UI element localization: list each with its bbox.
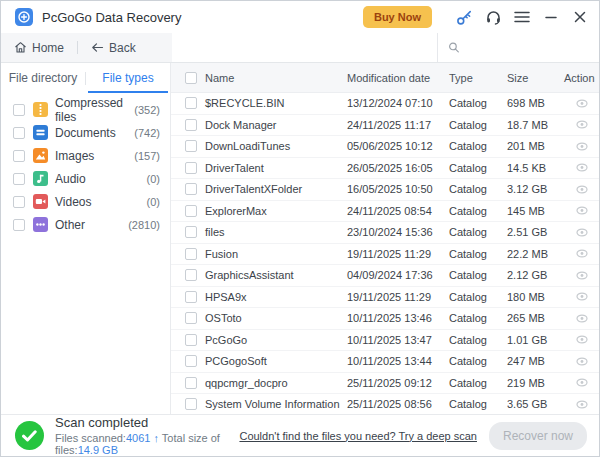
row-checkbox[interactable] bbox=[185, 140, 197, 152]
modification-date: 04/09/2024 17:36 bbox=[347, 269, 449, 281]
table-row[interactable]: Dock Manager 24/11/2025 11:17 Catalog 18… bbox=[171, 115, 599, 137]
preview-eye-icon[interactable] bbox=[576, 334, 588, 346]
checkbox[interactable] bbox=[13, 196, 25, 208]
app-window: PcGoGo Data Recovery Buy Now Home bbox=[0, 0, 600, 457]
column-header-modification-date[interactable]: Modification date bbox=[347, 72, 449, 84]
sidebar-item-audio[interactable]: Audio (0) bbox=[1, 167, 170, 190]
table-row[interactable]: DownLoadiTunes 05/06/2025 10:12 Catalog … bbox=[171, 136, 599, 158]
table-row[interactable]: $RECYCLE.BIN 13/12/2024 07:10 Catalog 69… bbox=[171, 93, 599, 115]
preview-eye-icon[interactable] bbox=[576, 119, 588, 131]
table-header: Name Modification date Type Size Action bbox=[171, 63, 599, 93]
checkbox[interactable] bbox=[13, 127, 25, 139]
tab-file-directory[interactable]: File directory bbox=[1, 63, 85, 93]
file-size: 3.65 GB bbox=[507, 398, 564, 410]
nav-divider bbox=[77, 41, 78, 54]
table-row[interactable]: HPSA9x 19/11/2025 11:29 Catalog 180 MB bbox=[171, 287, 599, 309]
preview-eye-icon[interactable] bbox=[576, 377, 588, 389]
sidebar-item-label: Images bbox=[55, 149, 134, 163]
row-checkbox[interactable] bbox=[185, 291, 197, 303]
column-header-type[interactable]: Type bbox=[449, 72, 507, 84]
row-checkbox[interactable] bbox=[185, 119, 197, 131]
preview-eye-icon[interactable] bbox=[576, 269, 588, 281]
select-all-checkbox[interactable] bbox=[185, 72, 197, 84]
row-checkbox[interactable] bbox=[185, 162, 197, 174]
preview-eye-icon[interactable] bbox=[576, 226, 588, 238]
sidebar-item-compressed-files[interactable]: Compressed files (352) bbox=[1, 98, 170, 121]
table-row[interactable]: OSToto 10/11/2025 13:46 Catalog 265 MB bbox=[171, 308, 599, 330]
row-checkbox[interactable] bbox=[185, 312, 197, 324]
preview-eye-icon[interactable] bbox=[576, 398, 588, 410]
scan-status-details: Files scanned:4061 ↑ Total size of files… bbox=[55, 432, 239, 456]
back-arrow-icon bbox=[91, 42, 104, 53]
modification-date: 10/11/2025 13:47 bbox=[347, 334, 449, 346]
table-row[interactable]: PCGogoSoft 10/11/2025 13:44 Catalog 247 … bbox=[171, 351, 599, 373]
file-type: Catalog bbox=[449, 291, 507, 303]
file-name: qqpcmgr_docpro bbox=[197, 377, 347, 389]
tab-file-types[interactable]: File types bbox=[86, 63, 170, 93]
status-bar: Scan completed Files scanned:4061 ↑ Tota… bbox=[1, 414, 599, 456]
path-field[interactable] bbox=[172, 33, 437, 62]
minimize-icon[interactable] bbox=[542, 8, 560, 26]
buy-now-button[interactable]: Buy Now bbox=[363, 6, 432, 28]
preview-eye-icon[interactable] bbox=[576, 97, 588, 109]
table-row[interactable]: PcGoGo 10/11/2025 13:47 Catalog 1.01 GB bbox=[171, 330, 599, 352]
sidebar-item-videos[interactable]: Videos (0) bbox=[1, 190, 170, 213]
column-header-size[interactable]: Size bbox=[507, 72, 564, 84]
menu-icon[interactable] bbox=[513, 8, 531, 26]
table-row[interactable]: qqpcmgr_docpro 25/11/2025 09:12 Catalog … bbox=[171, 373, 599, 395]
license-key-icon[interactable] bbox=[455, 8, 473, 26]
table-row[interactable]: Fusion 19/11/2025 11:29 Catalog 22.2 MB bbox=[171, 244, 599, 266]
close-icon[interactable] bbox=[571, 8, 589, 26]
sidebar-item-count: (2810) bbox=[128, 219, 160, 231]
recover-now-button[interactable]: Recover now bbox=[489, 422, 587, 450]
preview-eye-icon[interactable] bbox=[576, 291, 588, 303]
modification-date: 25/11/2025 09:12 bbox=[347, 377, 449, 389]
sidebar-item-other[interactable]: Other (2810) bbox=[1, 213, 170, 236]
table-row[interactable]: GraphicsAssistant 04/09/2024 17:36 Catal… bbox=[171, 265, 599, 287]
file-type: Catalog bbox=[449, 140, 507, 152]
preview-eye-icon[interactable] bbox=[576, 183, 588, 195]
checkbox[interactable] bbox=[13, 104, 25, 116]
support-headset-icon[interactable] bbox=[484, 8, 502, 26]
path-input[interactable] bbox=[172, 33, 437, 62]
checkbox[interactable] bbox=[13, 173, 25, 185]
search-field[interactable] bbox=[438, 33, 599, 62]
file-type: Catalog bbox=[449, 248, 507, 260]
row-checkbox[interactable] bbox=[185, 226, 197, 238]
row-checkbox[interactable] bbox=[185, 205, 197, 217]
preview-eye-icon[interactable] bbox=[576, 355, 588, 367]
preview-eye-icon[interactable] bbox=[576, 205, 588, 217]
table-row[interactable]: ExplorerMax 24/11/2025 08:54 Catalog 145… bbox=[171, 201, 599, 223]
row-checkbox[interactable] bbox=[185, 183, 197, 195]
table-row[interactable]: System Volume Information 25/11/2025 08:… bbox=[171, 394, 599, 414]
tab-label: File types bbox=[102, 71, 153, 85]
deep-scan-link[interactable]: Couldn't find the files you need? Try a … bbox=[239, 430, 477, 442]
column-header-name[interactable]: Name bbox=[197, 72, 347, 84]
home-button[interactable]: Home bbox=[14, 41, 64, 55]
sidebar-item-images[interactable]: Images (157) bbox=[1, 144, 170, 167]
sidebar: File directory File types Compressed fil… bbox=[1, 63, 171, 414]
file-size: 3.12 GB bbox=[507, 183, 564, 195]
preview-eye-icon[interactable] bbox=[576, 312, 588, 324]
back-button[interactable]: Back bbox=[91, 41, 136, 55]
preview-eye-icon[interactable] bbox=[576, 248, 588, 260]
row-checkbox[interactable] bbox=[185, 97, 197, 109]
audio-icon bbox=[33, 171, 48, 186]
sidebar-item-documents[interactable]: Documents (742) bbox=[1, 121, 170, 144]
row-checkbox[interactable] bbox=[185, 377, 197, 389]
preview-eye-icon[interactable] bbox=[576, 140, 588, 152]
search-input[interactable] bbox=[460, 33, 599, 62]
row-checkbox[interactable] bbox=[185, 398, 197, 410]
table-row[interactable]: DriverTalentXFolder 16/05/2025 10:50 Cat… bbox=[171, 179, 599, 201]
checkbox[interactable] bbox=[13, 150, 25, 162]
table-row[interactable]: DriverTalent 26/05/2025 16:05 Catalog 14… bbox=[171, 158, 599, 180]
row-checkbox[interactable] bbox=[185, 269, 197, 281]
row-checkbox[interactable] bbox=[185, 355, 197, 367]
table-row[interactable]: files 23/10/2024 15:36 Catalog 2.51 GB bbox=[171, 222, 599, 244]
scan-complete-check-icon bbox=[15, 421, 44, 450]
app-title: PcGoGo Data Recovery bbox=[42, 10, 363, 25]
checkbox[interactable] bbox=[13, 219, 25, 231]
preview-eye-icon[interactable] bbox=[576, 162, 588, 174]
row-checkbox[interactable] bbox=[185, 248, 197, 260]
row-checkbox[interactable] bbox=[185, 334, 197, 346]
